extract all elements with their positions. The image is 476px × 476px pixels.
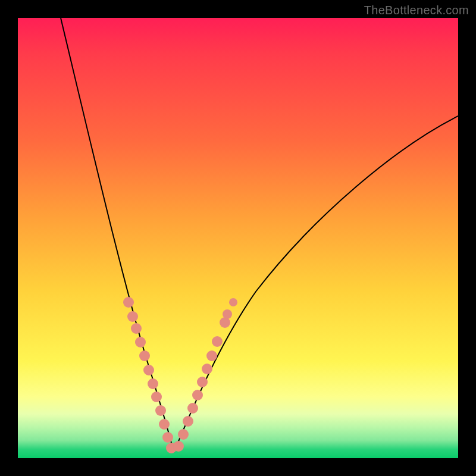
svg-point-6 [148,378,158,389]
svg-point-9 [159,419,170,430]
svg-point-20 [212,336,223,347]
svg-point-5 [143,365,154,375]
svg-point-3 [135,337,146,347]
svg-point-16 [192,390,203,400]
svg-point-12 [173,441,184,452]
svg-point-10 [162,432,173,443]
svg-point-22 [223,309,232,319]
svg-point-17 [197,377,208,387]
svg-point-7 [151,392,162,402]
plot-area [18,18,458,458]
svg-point-0 [123,297,134,308]
svg-point-23 [229,298,237,306]
svg-point-15 [187,403,198,414]
svg-point-14 [183,416,193,427]
chart-overlay [18,18,458,458]
svg-point-19 [206,350,217,361]
curve-right [174,116,458,452]
svg-point-13 [178,429,189,440]
svg-point-18 [202,364,212,374]
watermark-text: TheBottleneck.com [364,4,469,17]
bead-cluster-right [173,298,237,452]
svg-point-2 [131,323,142,334]
svg-point-4 [139,350,150,361]
svg-point-8 [155,405,166,416]
svg-point-1 [127,311,138,322]
frame: TheBottleneck.com [0,0,476,476]
bead-cluster-left [123,297,177,453]
svg-point-21 [220,317,230,328]
